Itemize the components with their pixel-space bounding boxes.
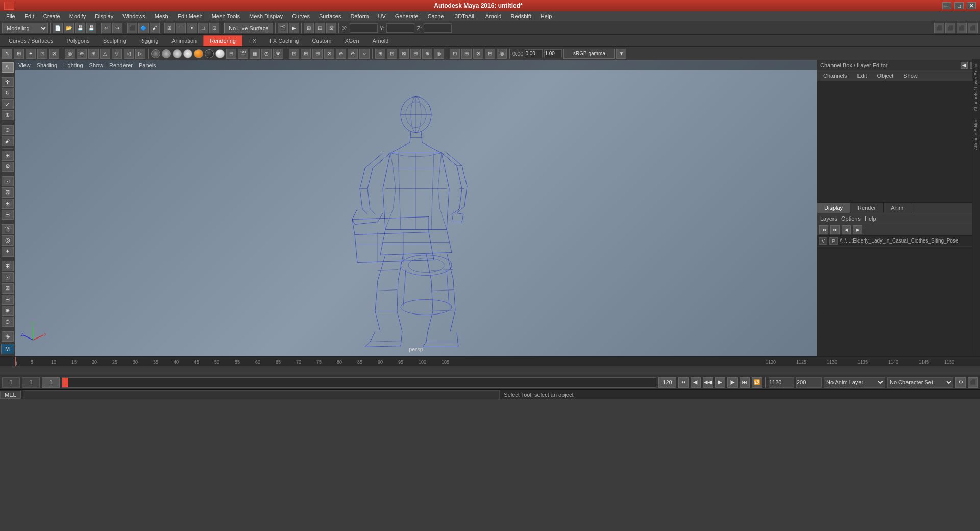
cb-tab-edit[interactable]: Edit (853, 71, 871, 80)
layer2-btn[interactable]: ⊡ (2, 272, 14, 282)
rt-cam4[interactable]: ⊟ (485, 49, 495, 59)
cb-tab-channels[interactable]: Channels (819, 71, 851, 80)
top-right-2[interactable]: ⬛ (945, 23, 955, 33)
tab-sculpting[interactable]: Sculpting (96, 35, 133, 46)
ipr-btn[interactable]: ▶ (289, 23, 299, 33)
snap4-btn[interactable]: ⊟ (2, 210, 14, 220)
current-frame-field[interactable] (22, 377, 40, 388)
rt-frame1[interactable]: ⊞ (375, 49, 385, 59)
gamma-input2[interactable] (544, 49, 562, 58)
dark-sphere-icon[interactable] (205, 49, 214, 58)
menu-edit[interactable]: Edit (20, 12, 38, 20)
uv-icon[interactable]: ◷ (261, 49, 272, 59)
paint-btn[interactable]: 🖌 (150, 23, 160, 33)
gamma-dropdown[interactable]: ▼ (616, 49, 626, 59)
maya-logo-btn[interactable]: M (1, 344, 14, 354)
undo-btn[interactable]: ↩ (101, 23, 111, 33)
menu-surfaces[interactable]: Surfaces (315, 12, 345, 20)
vp-menu-lighting[interactable]: Lighting (63, 62, 83, 68)
rt-btn10[interactable]: ▽ (112, 49, 122, 59)
layer-tool-4[interactable]: ▶ (853, 225, 862, 234)
cb-expand-btn[interactable]: ◀ (961, 62, 968, 69)
snap-pt-btn[interactable]: ✦ (187, 23, 197, 33)
paint-effects-btn[interactable]: ✦ (2, 247, 14, 257)
move-tool-btn[interactable]: ✛ (2, 77, 14, 87)
smooth-sphere-icon[interactable] (173, 49, 182, 58)
soft-select-btn[interactable]: ⊙ (2, 125, 14, 135)
snap1-btn[interactable]: ⊡ (2, 176, 14, 186)
vtab-attribute[interactable]: Attribute Editor (972, 115, 979, 154)
grid-icon[interactable]: ⊟ (226, 49, 236, 59)
menu-modify[interactable]: Modify (65, 12, 90, 20)
menu-edit-mesh[interactable]: Edit Mesh (174, 12, 207, 20)
select-tool-btn[interactable]: ↖ (2, 62, 14, 73)
vp-menu-view[interactable]: View (18, 62, 31, 68)
layer3-btn[interactable]: ⊠ (2, 283, 14, 294)
layer-tool-2[interactable]: ⏭ (830, 225, 840, 234)
close-button[interactable]: ✕ (967, 2, 976, 9)
rt-btn5[interactable]: ⊠ (49, 49, 59, 59)
tab-fx-caching[interactable]: FX Caching (263, 35, 305, 46)
rt-btn6[interactable]: ◎ (65, 49, 75, 59)
timeline-ruler[interactable]: 1 5 10 15 20 25 30 35 40 45 50 55 60 65 … (0, 357, 980, 366)
vp-menu-shading[interactable]: Shading (37, 62, 57, 68)
menu-generate[interactable]: Generate (391, 12, 423, 20)
tab-xgen[interactable]: XGen (338, 35, 365, 46)
highlight-sphere-icon[interactable] (183, 49, 192, 58)
vtab-channels[interactable]: Channels / Layer Editor (972, 59, 979, 115)
go-end-btn[interactable]: ⏭ (740, 377, 750, 388)
rt-frame4[interactable]: ⊟ (410, 49, 421, 59)
rt-cam5[interactable]: ◎ (497, 49, 507, 59)
top-right-4[interactable]: ⬛ (968, 23, 978, 33)
tab-animation[interactable]: Animation (165, 35, 203, 46)
menu-display[interactable]: Display (91, 12, 117, 20)
rt-btn12[interactable]: ▷ (135, 49, 145, 59)
right-toolbar-1[interactable]: ⊞ (304, 23, 314, 33)
menu-file[interactable]: File (2, 12, 19, 20)
go-start-btn[interactable]: ⏮ (678, 377, 689, 388)
rt-select[interactable]: ↖ (2, 49, 12, 59)
rt-ortho1[interactable]: ⊡ (289, 49, 299, 59)
z-field[interactable] (424, 23, 452, 33)
menu-mesh[interactable]: Mesh (151, 12, 173, 20)
paint-sel-btn[interactable]: 🖌 (2, 136, 14, 146)
vp-menu-show[interactable]: Show (89, 62, 104, 68)
anim-layer-dropdown[interactable]: No Anim Layer (824, 377, 885, 388)
layer6-btn[interactable]: ⊝ (2, 317, 14, 327)
cb-tab-object[interactable]: Object (873, 71, 897, 80)
rt-cam2[interactable]: ⊞ (461, 49, 472, 59)
wireframe-sphere-icon[interactable] (151, 49, 160, 58)
x-field[interactable] (350, 23, 378, 33)
gamma-input1[interactable] (525, 49, 543, 58)
tab-curves-surfaces[interactable]: Curves / Surfaces (2, 35, 60, 46)
menu-help[interactable]: Help (536, 12, 556, 20)
rt-cam3[interactable]: ⊠ (473, 49, 483, 59)
character-set-btn[interactable]: ⬛ (968, 377, 978, 388)
new-btn[interactable]: 📄 (53, 23, 63, 33)
universal-manip-btn[interactable]: ⊕ (2, 110, 14, 120)
render-btn[interactable]: 🎬 (278, 23, 288, 33)
tab-fx[interactable]: FX (242, 35, 263, 46)
menu-mesh-tools[interactable]: Mesh Tools (208, 12, 244, 20)
select-btn[interactable]: ⬛ (127, 23, 137, 33)
snap-grid-btn[interactable]: ⊞ (164, 23, 175, 33)
rt-btn9[interactable]: △ (100, 49, 110, 59)
play-forward-btn[interactable]: ▶ (715, 377, 725, 388)
vp-menu-renderer[interactable]: Renderer (109, 62, 133, 68)
dr-tab-render[interactable]: Render (850, 203, 884, 213)
render-icon2[interactable]: 🎬 (238, 49, 248, 59)
rt-frame3[interactable]: ⊠ (399, 49, 409, 59)
menu-windows[interactable]: Windows (118, 12, 150, 20)
right-toolbar-2[interactable]: ⊟ (315, 23, 325, 33)
snap3-btn[interactable]: ⊞ (2, 199, 14, 209)
rt-btn4[interactable]: ⊡ (37, 49, 47, 59)
menu-redshift[interactable]: Redshift (506, 12, 535, 20)
play-back-btn[interactable]: ◀◀ (703, 377, 713, 388)
vp-menu-panels[interactable]: Panels (139, 62, 156, 68)
start-frame-field[interactable] (2, 377, 20, 388)
extra1-btn[interactable]: ◈ (2, 331, 14, 342)
step-forward-btn[interactable]: |▶ (727, 377, 738, 388)
layer5-btn[interactable]: ⊕ (2, 306, 14, 316)
rt-ortho3[interactable]: ⊟ (312, 49, 323, 59)
anim-end-field[interactable] (796, 377, 822, 388)
